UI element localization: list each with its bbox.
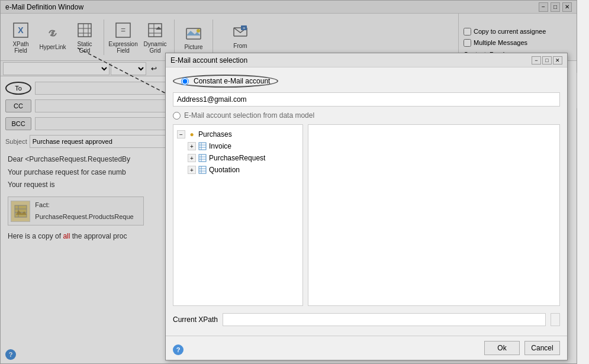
xpath-scroll[interactable] [551,313,560,326]
quotation-label: Quotation [209,166,240,174]
tree-children: + Invoice [188,140,299,176]
modal-minimize-button[interactable]: − [532,56,541,65]
invoice-table-icon [198,141,207,151]
modal-footer: ? Ok Cancel [166,336,567,360]
purchases-folder-icon: ● [187,130,197,139]
svg-rect-29 [199,154,206,162]
radio-data-model-row: E-Mail account selection from data model [173,111,560,120]
quotation-expand[interactable]: + [188,166,196,174]
radio-constant-input[interactable] [181,78,189,85]
tree-left-panel: − ● Purchases + [173,124,303,306]
tree-node-quotation[interactable]: + Quotation [188,164,299,176]
main-window: e-Mail Definition Window − □ ✕ X XPathFi… [0,0,577,364]
cancel-button[interactable]: Cancel [524,341,560,355]
modal-maximize-button[interactable]: □ [542,56,552,65]
purchases-label: Purchases [198,130,232,138]
tree-node-purchaserequest[interactable]: + PurchaseRequest [188,152,299,164]
xpath-row: Current XPath [173,311,560,328]
invoice-expand[interactable]: + [188,142,196,150]
xpath-label: Current XPath [173,315,218,324]
svg-rect-25 [199,143,206,150]
modal-dialog: E-Mail account selection − □ ✕ Constant … [165,53,568,360]
radio-data-model-label: E-Mail account selection from data model [184,111,314,120]
invoice-label: Invoice [209,142,231,150]
modal-content: Constant e-Mail account E-Mail account s… [166,67,567,336]
radio-constant-oval: Constant e-Mail account [173,75,278,88]
svg-rect-33 [199,166,206,173]
email-address-input[interactable] [173,92,560,107]
modal-overlay: E-Mail account selection − □ ✕ Constant … [1,1,577,363]
purchaserequest-label: PurchaseRequest [209,154,265,162]
modal-title-bar: E-Mail account selection − □ ✕ [166,53,567,67]
tree-right-panel [308,124,560,306]
tree-node-invoice[interactable]: + Invoice [188,140,299,152]
radio-constant-label: Constant e-Mail account [194,77,270,85]
ok-button[interactable]: Ok [484,341,520,355]
tree-node-purchases[interactable]: − ● Purchases [177,128,299,140]
xpath-input[interactable] [223,313,546,326]
purchases-expand[interactable]: − [177,130,185,138]
modal-controls: − □ ✕ [532,56,562,65]
modal-close-button[interactable]: ✕ [553,56,562,65]
purchaserequest-table-icon [198,153,207,163]
purchaserequest-expand[interactable]: + [188,154,196,162]
tree-panel: − ● Purchases + [173,124,560,306]
quotation-table-icon [198,165,207,175]
radio-constant-row: Constant e-Mail account [173,75,560,88]
radio-data-model-input[interactable] [173,112,181,120]
modal-title: E-Mail account selection [170,56,247,65]
modal-help-icon[interactable]: ? [173,344,184,355]
